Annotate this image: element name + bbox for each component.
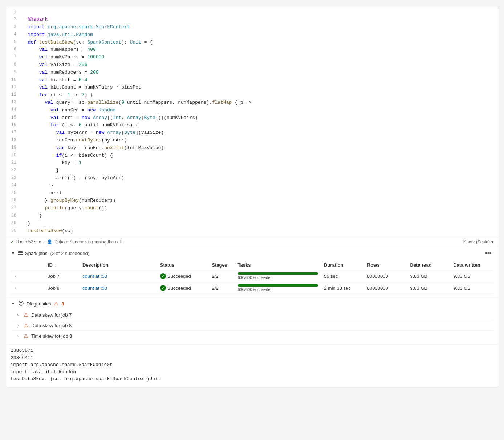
diagnostics-item: › ⚠ Data skew for job 7 <box>11 310 493 320</box>
table-header-row: ID ↓ Description Status Stages Tasks Dur… <box>11 260 493 270</box>
table-header-duration: Duration <box>321 260 364 270</box>
output-line: import java.util.Random <box>11 369 493 376</box>
status-left: ✓ 3 min 52 sec - 👤 Dakota Sanchez is run… <box>11 239 123 244</box>
status-success-icon: ✓ <box>160 285 166 291</box>
svg-rect-0 <box>18 251 23 252</box>
diag-expand-button[interactable]: › <box>15 313 21 317</box>
job-description-cell[interactable]: count at :53 <box>80 270 157 282</box>
job-rows-cell: 80000000 <box>364 270 407 282</box>
job-duration-cell: 56 sec <box>321 270 364 282</box>
progress-bar-background <box>238 284 318 287</box>
code-line-8: 8 val valSize = 256 <box>6 61 498 69</box>
code-line-28: 28 } <box>6 212 498 220</box>
diag-item-label: Data skew for job 7 <box>31 312 72 318</box>
status-time: 3 min 52 sec <box>16 239 41 244</box>
table-header-data-written: Data written <box>450 260 493 270</box>
code-line-2: 2 %%spark <box>6 16 498 24</box>
output-lines-container: 2386587123866411import org.apache.spark.… <box>11 347 493 383</box>
code-line-15: 15 val arr1 = new Array[(Int, Array[Byte… <box>6 114 498 122</box>
diag-item-label: Data skew for job 8 <box>31 323 72 328</box>
diag-expand-button[interactable]: › <box>15 334 21 338</box>
table-header-data-read: Data read <box>407 260 451 270</box>
job-rows-cell: 80000000 <box>364 282 407 294</box>
spark-jobs-header: ▾ Spark jobs (2 of 2 succeeded) ••• <box>11 249 493 257</box>
progress-bar-fill <box>238 272 318 275</box>
code-line-7: 7 val numKVPairs = 100000 <box>6 54 498 61</box>
table-header-status: Status <box>157 260 209 270</box>
code-line-23: 23 arr1(i) = (key, byteArr) <box>6 174 498 182</box>
job-id-cell: Job 7 <box>45 270 80 282</box>
code-line-19: 19 var key = ranGen.nextInt(Int.MaxValue… <box>6 144 498 152</box>
diag-expand-button[interactable]: › <box>15 323 21 328</box>
expand-button[interactable]: › <box>13 285 18 291</box>
job-data-written-cell: 9.83 GB <box>450 270 493 282</box>
runtime-label[interactable]: Spark (Scala) ▾ <box>463 239 493 244</box>
row-expand-btn[interactable]: › <box>11 270 45 282</box>
spark-jobs-table: ID ↓ Description Status Stages Tasks Dur… <box>11 260 493 294</box>
code-line-17: 17 val byteArr = new Array[Byte](valSize… <box>6 129 498 137</box>
job-description-link[interactable]: count at :53 <box>82 285 107 291</box>
svg-rect-1 <box>18 252 23 253</box>
output-line: import org.apache.spark.SparkContext <box>11 361 493 369</box>
warning-icon: ⚠ <box>24 322 28 328</box>
progress-bar-container: 600/600 succeeded <box>238 284 318 292</box>
code-line-30: 30 testDataSkew(sc) <box>6 227 498 235</box>
diag-item-label: Time skew for job 8 <box>31 333 72 339</box>
status-separator: - <box>43 239 45 244</box>
job-description-link[interactable]: count at :53 <box>82 274 107 279</box>
expand-button[interactable]: › <box>13 273 18 279</box>
output-line: testDataSkew: (sc: org.apache.spark.Spar… <box>11 375 493 383</box>
table-header-expand <box>11 260 45 270</box>
output-line: 23866411 <box>11 354 493 362</box>
code-line-25: 25 arr1 <box>6 190 498 197</box>
status-label: Succeeded <box>167 274 191 279</box>
diagnostics-collapse-button[interactable]: ▾ <box>11 300 16 307</box>
code-line-20: 20 if(i <= biasCount) { <box>6 152 498 160</box>
sort-icon-id: ↓ <box>55 263 57 267</box>
diagnostics-header[interactable]: ▾ Diagnostics ⚠ 3 <box>11 300 493 307</box>
code-line-9: 9 val numReducers = 200 <box>6 69 498 77</box>
table-header-rows: Rows <box>364 260 407 270</box>
job-data-written-cell: 9.83 GB <box>450 282 493 294</box>
code-line-4: 4 import java.util.Random <box>6 31 498 39</box>
diagnostics-items-container: › ⚠ Data skew for job 7 › ⚠ Data skew fo… <box>11 310 493 341</box>
job-tasks-cell: 600/600 succeeded <box>235 270 321 282</box>
diagnostics-icon <box>19 301 24 307</box>
progress-text: 600/600 succeeded <box>238 287 318 292</box>
code-line-3: 3 import org.apache.spark.SparkContext <box>6 24 498 31</box>
job-description-cell[interactable]: count at :53 <box>80 282 157 294</box>
diagnostics-section: ▾ Diagnostics ⚠ 3 › ⚠ Data skew for job … <box>6 297 498 344</box>
spark-jobs-collapse-button[interactable]: ▾ <box>11 250 16 256</box>
code-line-5: 5 def testDataSkew(sc: SparkContext): Un… <box>6 39 498 46</box>
job-status-cell: ✓ Succeeded <box>157 270 209 282</box>
job-stages-cell: 2/2 <box>209 270 235 282</box>
table-row: › Job 7 count at :53 ✓ Succeeded 2/2 600… <box>11 270 493 282</box>
warning-icon-diag: ⚠ <box>54 301 58 307</box>
cell-status-bar: ✓ 3 min 52 sec - 👤 Dakota Sanchez is run… <box>6 238 498 246</box>
svg-point-3 <box>19 301 23 305</box>
code-line-22: 22 } <box>6 167 498 174</box>
code-line-13: 13 val query = sc.parallelize(0 until nu… <box>6 99 498 107</box>
warning-icon: ⚠ <box>24 312 28 318</box>
table-row: › Job 8 count at :53 ✓ Succeeded 2/2 600… <box>11 282 493 294</box>
jobs-table-body: › Job 7 count at :53 ✓ Succeeded 2/2 600… <box>11 270 493 294</box>
chevron-down-icon: ▾ <box>491 239 493 244</box>
spark-jobs-section: ▾ Spark jobs (2 of 2 succeeded) ••• <box>6 246 498 297</box>
code-line-29: 29 } <box>6 220 498 227</box>
code-line-14: 14 val ranGen = new Random <box>6 107 498 114</box>
job-tasks-cell: 600/600 succeeded <box>235 282 321 294</box>
code-line-6: 6 val numMappers = 400 <box>6 46 498 54</box>
code-line-1: 1 <box>6 9 498 16</box>
status-user: Dakota Sanchez is running the cell. <box>54 239 123 244</box>
job-status-cell: ✓ Succeeded <box>157 282 209 294</box>
warning-icon: ⚠ <box>24 333 28 339</box>
svg-rect-2 <box>18 254 23 255</box>
progress-bar-fill <box>238 284 318 287</box>
job-id-cell: Job 8 <box>45 282 80 294</box>
progress-bar-container: 600/600 succeeded <box>238 272 318 280</box>
status-label: Succeeded <box>167 285 191 291</box>
spark-jobs-more-button[interactable]: ••• <box>483 249 493 257</box>
progress-text: 600/600 succeeded <box>238 275 318 280</box>
code-line-27: 27 println(query.count()) <box>6 205 498 212</box>
row-expand-btn[interactable]: › <box>11 282 45 294</box>
